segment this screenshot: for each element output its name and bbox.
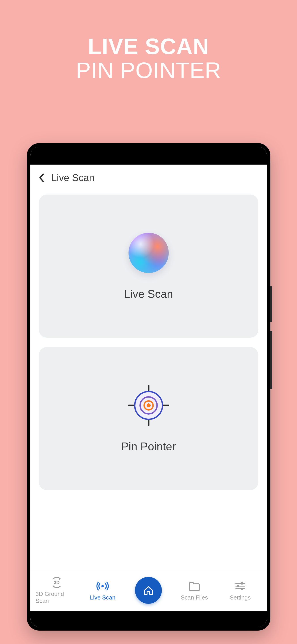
gradient-orb-icon [127, 232, 170, 274]
phone-side-button [270, 286, 272, 322]
tab-3d-ground-scan[interactable]: 3D 3D Ground Scan [35, 576, 78, 604]
phone-side-button [270, 331, 272, 389]
home-button[interactable] [135, 577, 162, 604]
tab-settings[interactable]: Settings [219, 580, 262, 601]
svg-rect-13 [241, 582, 243, 584]
phone-mockup: Live Scan Live Scan [27, 143, 271, 630]
folder-icon [188, 580, 201, 592]
card-label: Pin Pointer [121, 440, 176, 453]
hero-banner: LIVE SCAN PIN POINTER [0, 0, 297, 83]
hero-title-line2: PIN POINTER [0, 58, 297, 83]
card-label: Live Scan [124, 288, 173, 300]
nav-bar-area [30, 611, 267, 627]
svg-point-7 [147, 404, 151, 408]
pin-pointer-card[interactable]: Pin Pointer [39, 347, 258, 490]
svg-text:3D: 3D [54, 580, 60, 585]
tab-label: Scan Files [181, 594, 208, 601]
back-button[interactable] [37, 173, 46, 182]
content-area: Live Scan [30, 190, 267, 569]
page-title: Live Scan [51, 172, 94, 183]
tab-label: Live Scan [90, 594, 115, 601]
tab-live-scan[interactable]: Live Scan [81, 580, 124, 601]
phone-screen: Live Scan Live Scan [30, 147, 267, 627]
tab-scan-files[interactable]: Scan Files [173, 580, 216, 601]
home-icon [142, 584, 155, 596]
sliders-icon [234, 580, 247, 592]
tab-label: Settings [230, 594, 251, 601]
phone-frame: Live Scan Live Scan [27, 143, 271, 630]
signal-icon [96, 580, 109, 592]
app-header: Live Scan [30, 164, 267, 190]
chevron-left-icon [39, 173, 44, 182]
svg-rect-17 [241, 588, 243, 590]
status-bar [30, 147, 267, 164]
3d-scan-icon: 3D [50, 576, 63, 589]
svg-point-11 [101, 585, 104, 587]
crosshair-target-icon [127, 384, 170, 427]
tab-home[interactable] [127, 577, 170, 604]
tab-label: 3D Ground Scan [35, 590, 78, 604]
live-scan-card[interactable]: Live Scan [39, 194, 258, 338]
svg-rect-15 [237, 585, 239, 587]
bottom-tab-bar: 3D 3D Ground Scan [30, 569, 267, 611]
hero-title-line1: LIVE SCAN [0, 34, 297, 59]
